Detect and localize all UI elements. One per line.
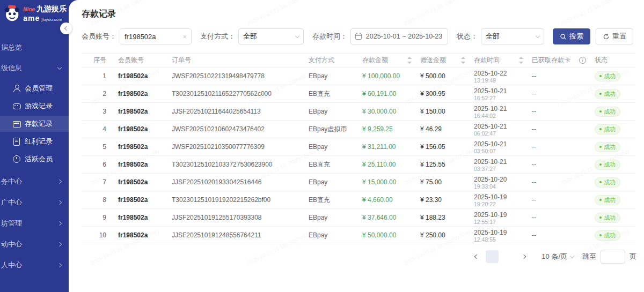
member-account: fr198502a <box>114 174 167 191</box>
sidebar-menu-item[interactable]: 坊管理 <box>0 215 69 231</box>
status-cell: 成功 <box>590 68 635 85</box>
calendar-icon <box>355 34 362 40</box>
bonus-amount: ¥ 500.00 <box>416 68 470 85</box>
date-range-picker[interactable]: 2025-10-01 ~ 2025-10-23 <box>350 28 448 44</box>
row-index: 9 <box>82 209 114 227</box>
deposit-amount: ¥ 25,110.00 <box>358 156 416 174</box>
brand-mascot-icon <box>3 4 21 23</box>
chevron-right-icon <box>57 263 62 267</box>
table-row: 7 fr198502a JJSF202510201933042516446 EB… <box>82 174 635 191</box>
status-cell: 成功 <box>590 138 635 156</box>
bonus-amount: ¥ 156.05 <box>416 138 470 156</box>
deposit-time: 2025-10-20 19:33:04 <box>470 174 528 191</box>
account-input[interactable] <box>125 33 178 41</box>
sort-icon[interactable] <box>519 57 523 64</box>
sidebar-menu-item[interactable]: 据总览 <box>0 40 69 56</box>
sidebar-menu-item[interactable]: 活跃会员 <box>0 151 69 167</box>
page-title: 存款记录 <box>82 9 636 20</box>
table-row: 3 fr198502a JJSF202510211644025654113 EB… <box>82 103 635 121</box>
deposit-time: 2025-10-19 12:48:55 <box>470 227 528 244</box>
clear-input-icon[interactable]: × <box>182 33 187 41</box>
payment-method: EBpay虚拟币 <box>304 121 358 138</box>
table-row: 2 fr198502a T30230125102116522770562c000… <box>82 85 635 103</box>
brand-nine: Nine <box>23 6 35 12</box>
prev-page-button[interactable] <box>470 250 482 263</box>
chevron-left-icon <box>64 26 69 31</box>
bonus-amount: ¥ 300.95 <box>416 85 470 103</box>
order-number: JWSF202510221319498479778 <box>167 68 304 85</box>
chevron-down-icon <box>570 253 574 258</box>
sidebar-menu-item[interactable]: 游戏记录 <box>0 98 69 114</box>
page-number-button[interactable] <box>502 250 515 263</box>
member-account: fr198502a <box>114 191 167 209</box>
status-dot-icon <box>599 216 602 219</box>
order-number: JJSF202510191248556764211 <box>167 227 304 244</box>
page-size-select[interactable]: 10 条/页 <box>541 252 574 261</box>
jump-page-input[interactable] <box>601 250 625 264</box>
page-number-button[interactable] <box>486 250 499 263</box>
sidebar-menu-item[interactable]: 务中心 <box>0 174 69 190</box>
status-cell: 成功 <box>590 156 635 174</box>
status-select[interactable]: 全部 <box>481 28 544 44</box>
payment-select-value: 全部 <box>243 32 257 41</box>
brand-domain: jiuyou.com <box>41 17 62 22</box>
payment-filter-label: 支付方式： <box>200 32 235 41</box>
deposit-card: -- <box>528 191 590 209</box>
user-icon <box>13 85 20 92</box>
status-badge: 成功 <box>595 160 620 170</box>
search-button[interactable]: 搜索 <box>553 28 590 44</box>
payment-method: EBpay <box>304 138 358 156</box>
deposit-amount: ¥ 60,191.00 <box>358 85 416 103</box>
table-header-cell: 已获取存款卡 <box>528 54 590 68</box>
refresh-icon <box>603 33 610 40</box>
sidebar-menu: 据总览 级信息 会员管理 游戏记录 存款记录 <box>0 40 69 273</box>
account-filter-label: 会员账号： <box>82 32 116 41</box>
sidebar-menu-item[interactable]: 级信息 <box>0 60 69 76</box>
next-page-button[interactable] <box>518 250 531 263</box>
bonus-amount: ¥ 150.00 <box>416 103 470 121</box>
sidebar-collapse-button[interactable] <box>60 23 72 34</box>
payment-method: EB直充 <box>304 156 358 174</box>
deposit-card: -- <box>528 103 590 121</box>
payment-method: EB直充 <box>304 191 358 209</box>
table-header-cell: 会员账号 <box>114 54 167 68</box>
info-icon[interactable] <box>579 57 586 64</box>
sidebar-menu-item[interactable]: 存款记录 <box>0 116 69 132</box>
reset-button[interactable]: 重置 <box>596 28 633 44</box>
sidebar: Nine 九游娱乐 ame jiuyou.com 据总览 级信息 会 <box>0 0 69 292</box>
chevron-down-icon <box>57 65 62 70</box>
sidebar-menu-item[interactable]: 人中心 <box>0 257 69 273</box>
sidebar-menu-item[interactable]: 会员管理 <box>0 80 69 96</box>
status-dot-icon <box>599 75 602 77</box>
table-header-cell: 订单号 <box>167 54 304 68</box>
member-account: fr198502a <box>114 121 167 138</box>
deposit-amount: ¥ 30,000.00 <box>358 103 416 121</box>
sidebar-menu-item[interactable]: 动中心 <box>0 236 69 252</box>
deposit-time: 2025-10-21 16:52:27 <box>470 85 528 103</box>
status-dot-icon <box>599 146 602 148</box>
deposit-amount: ¥ 4,660.00 <box>358 191 416 209</box>
status-badge: 成功 <box>595 71 620 81</box>
bonus-amount: ¥ 75.00 <box>416 174 470 191</box>
status-cell: 成功 <box>590 191 635 209</box>
sidebar-menu-item[interactable]: 红利记录 <box>0 133 69 149</box>
bonus-amount: ¥ 250.00 <box>416 227 470 244</box>
sidebar-menu-item[interactable]: 广中心 <box>0 194 69 211</box>
payment-select[interactable]: 全部 <box>238 28 304 44</box>
card-icon <box>13 120 20 128</box>
sort-icon[interactable] <box>407 57 412 64</box>
table-header-cell: 支付方式 <box>304 54 358 68</box>
row-index: 1 <box>82 68 114 85</box>
deposit-card: -- <box>528 156 590 174</box>
row-index: 4 <box>82 121 114 138</box>
deposit-card: -- <box>528 174 590 191</box>
table-header-cell: 赠送金额 <box>416 54 470 68</box>
deposit-amount: ¥ 37,646.00 <box>358 209 416 227</box>
payment-method: EBpay <box>304 209 358 227</box>
status-dot-icon <box>599 163 602 166</box>
table-header-row: 序号 会员账号 订单号 <box>82 54 635 68</box>
order-number: T302301251021033727530623900 <box>167 156 304 174</box>
sort-icon[interactable] <box>461 57 465 64</box>
brand-cn-name: 九游娱乐 <box>36 4 67 14</box>
clock-icon <box>13 155 20 163</box>
